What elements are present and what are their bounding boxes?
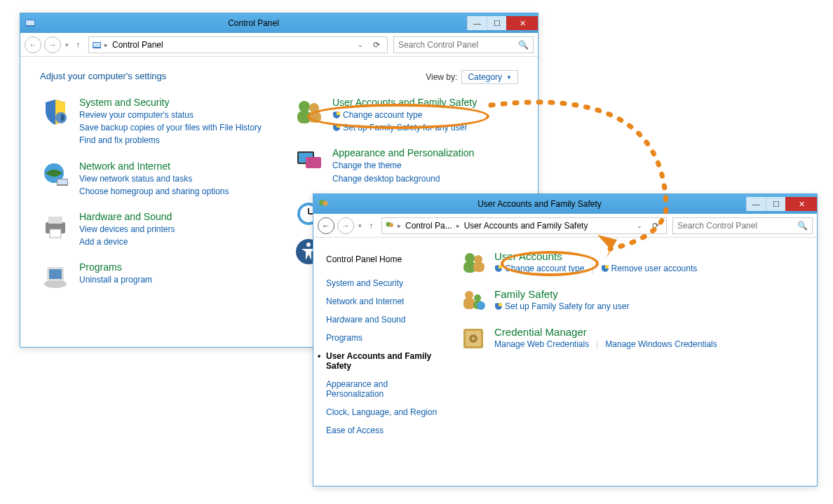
sidebar-item[interactable]: Clock, Language, and Region bbox=[326, 403, 440, 421]
address-dropdown[interactable]: ⌄ bbox=[634, 222, 645, 229]
divider: | bbox=[591, 264, 593, 273]
back-button[interactable]: ← bbox=[318, 217, 334, 234]
sidebar-item[interactable]: Hardware and Sound bbox=[326, 311, 440, 329]
sidebar: Control Panel Home System and Security N… bbox=[313, 238, 447, 486]
sidebar-item[interactable]: Ease of Access bbox=[326, 421, 440, 440]
category-title[interactable]: Appearance and Personalization bbox=[332, 147, 474, 158]
address-bar[interactable]: ▸ Control Pa... ▸ User Accounts and Fami… bbox=[381, 217, 667, 234]
search-icon: 🔍 bbox=[518, 40, 529, 50]
app-icon bbox=[318, 198, 329, 210]
item-family-safety: Family Safety Set up Family Safety for a… bbox=[461, 288, 803, 313]
refresh-button[interactable]: ⟳ bbox=[648, 221, 663, 231]
window-controls: — ☐ ✕ bbox=[467, 16, 538, 30]
maximize-button[interactable]: ☐ bbox=[766, 197, 785, 211]
history-dropdown[interactable]: ▾ bbox=[357, 222, 363, 229]
category-link[interactable]: Uninstall a program bbox=[79, 274, 152, 285]
item-link[interactable]: Manage Windows Credentials bbox=[605, 339, 717, 349]
category-link[interactable]: View network status and tasks bbox=[79, 173, 229, 184]
search-icon: 🔍 bbox=[797, 221, 808, 231]
svg-point-43 bbox=[472, 337, 475, 340]
category-title[interactable]: Hardware and Sound bbox=[79, 211, 175, 222]
sidebar-item[interactable]: Network and Internet bbox=[326, 292, 440, 311]
svg-point-26 bbox=[306, 243, 311, 247]
item-link[interactable]: Set up Family Safety for any user bbox=[494, 301, 629, 311]
category-hardware: Hardware and Sound View devices and prin… bbox=[40, 211, 265, 247]
breadcrumb-item[interactable]: Control Pa... bbox=[404, 221, 454, 231]
divider: | bbox=[596, 339, 598, 349]
maximize-button[interactable]: ☐ bbox=[487, 16, 506, 30]
svg-point-28 bbox=[323, 201, 328, 206]
user-accounts-window: User Accounts and Family Safety — ☐ ✕ ← … bbox=[313, 193, 818, 486]
category-system-security: System and Security Review your computer… bbox=[40, 97, 265, 147]
view-by-label: View by: bbox=[426, 72, 457, 82]
shield-icon bbox=[40, 97, 71, 128]
family-icon bbox=[461, 288, 486, 313]
category-link[interactable]: Review your computer's status bbox=[79, 109, 262, 121]
up-button[interactable]: ↑ bbox=[73, 40, 83, 50]
item-link[interactable]: Change account type bbox=[494, 264, 584, 273]
forward-button[interactable]: → bbox=[337, 217, 354, 234]
category-title[interactable]: User Accounts and Family Safety bbox=[332, 97, 477, 108]
svg-point-31 bbox=[465, 253, 475, 263]
item-link[interactable]: Manage Web Credentials bbox=[494, 339, 589, 349]
sidebar-item[interactable]: Programs bbox=[326, 329, 440, 347]
item-title[interactable]: Credential Manager bbox=[494, 326, 717, 338]
window-title: Control Panel bbox=[40, 18, 467, 28]
category-link[interactable]: Change the theme bbox=[332, 160, 474, 171]
up-button[interactable]: ↑ bbox=[366, 221, 376, 231]
sidebar-item-current[interactable]: User Accounts and Family Safety bbox=[326, 347, 440, 375]
chevron-down-icon: ▼ bbox=[506, 74, 512, 81]
breadcrumb-item[interactable]: User Accounts and Family Safety bbox=[463, 221, 590, 231]
search-box[interactable]: 🔍 bbox=[393, 36, 534, 53]
category-title[interactable]: Programs bbox=[79, 261, 152, 273]
titlebar[interactable]: User Accounts and Family Safety — ☐ ✕ bbox=[313, 194, 817, 214]
address-bar[interactable]: ▸ Control Panel ⌄ ⟳ bbox=[88, 36, 388, 53]
svg-point-14 bbox=[299, 101, 310, 112]
category-link[interactable]: Add a device bbox=[79, 236, 175, 247]
titlebar[interactable]: Control Panel — ☐ ✕ bbox=[20, 13, 538, 33]
chevron-right-icon: ▸ bbox=[398, 222, 401, 229]
category-link[interactable]: Set up Family Safety for any user bbox=[332, 122, 477, 133]
svg-rect-36 bbox=[463, 298, 475, 309]
back-button[interactable]: ← bbox=[25, 36, 41, 53]
svg-rect-9 bbox=[48, 217, 62, 224]
forward-button[interactable]: → bbox=[44, 36, 61, 53]
category-link[interactable]: Find and fix problems bbox=[79, 135, 262, 146]
item-title[interactable]: User Accounts bbox=[494, 250, 697, 262]
appearance-icon bbox=[293, 147, 324, 178]
refresh-button[interactable]: ⟳ bbox=[369, 40, 384, 50]
category-link[interactable]: Change account type bbox=[332, 109, 477, 121]
search-box[interactable]: 🔍 bbox=[672, 217, 813, 234]
uac-shield-icon bbox=[494, 302, 503, 311]
uac-shield-icon bbox=[332, 111, 341, 119]
minimize-button[interactable]: — bbox=[467, 16, 487, 30]
close-button[interactable]: ✕ bbox=[785, 197, 817, 211]
globe-icon bbox=[40, 161, 71, 191]
sidebar-item[interactable]: Appearance and Personalization bbox=[326, 375, 440, 403]
category-link[interactable]: Choose homegroup and sharing options bbox=[79, 186, 229, 197]
minimize-button[interactable]: — bbox=[746, 197, 766, 211]
category-programs: Programs Uninstall a program bbox=[40, 261, 265, 292]
item-user-accounts: User Accounts Change account type | Remo… bbox=[461, 250, 803, 275]
uac-shield-icon bbox=[494, 264, 503, 273]
chevron-right-icon: ▸ bbox=[456, 222, 460, 229]
users-icon bbox=[293, 97, 324, 128]
address-dropdown[interactable]: ⌄ bbox=[355, 41, 366, 48]
search-input[interactable] bbox=[677, 221, 790, 231]
search-input[interactable] bbox=[398, 40, 510, 50]
category-link[interactable]: View devices and printers bbox=[79, 224, 175, 235]
sidebar-home[interactable]: Control Panel Home bbox=[326, 250, 440, 268]
history-dropdown[interactable]: ▾ bbox=[64, 41, 70, 48]
view-by-select[interactable]: Category ▼ bbox=[461, 70, 518, 84]
breadcrumb-item[interactable]: Control Panel bbox=[111, 40, 165, 50]
safe-icon bbox=[461, 326, 486, 351]
category-title[interactable]: Network and Internet bbox=[79, 161, 229, 172]
category-title[interactable]: System and Security bbox=[79, 97, 262, 108]
category-link[interactable]: Change desktop background bbox=[332, 173, 474, 184]
item-link[interactable]: Remove user accounts bbox=[601, 264, 698, 273]
close-button[interactable]: ✕ bbox=[506, 16, 538, 30]
category-link[interactable]: Save backup copies of your files with Fi… bbox=[79, 122, 262, 133]
printer-icon bbox=[40, 211, 71, 242]
item-title[interactable]: Family Safety bbox=[494, 288, 629, 300]
sidebar-item[interactable]: System and Security bbox=[326, 274, 440, 292]
